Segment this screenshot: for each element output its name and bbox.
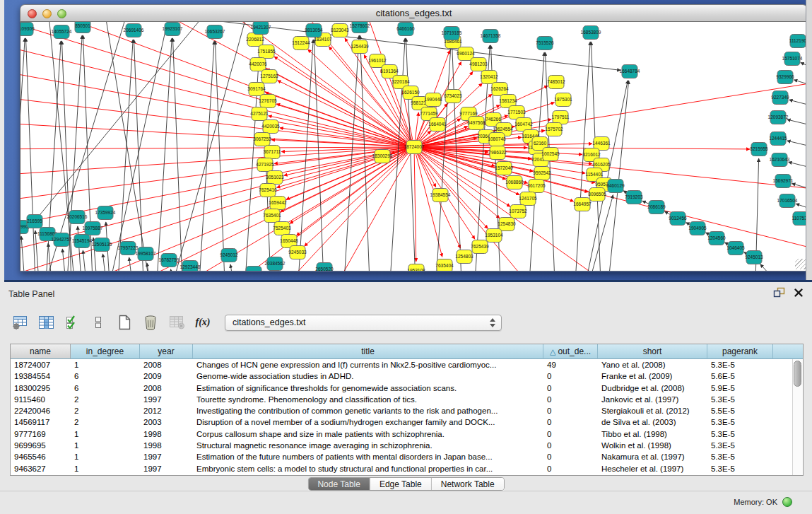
graph-node-label: 20691406	[124, 28, 144, 33]
graph-node-label: 15692971	[773, 178, 794, 183]
tab-edge-table[interactable]: Edge Table	[370, 478, 432, 490]
table-row[interactable]: 1938455462009Genome-wide association stu…	[11, 370, 803, 382]
citation-edge-black	[26, 38, 35, 271]
tab-network-table[interactable]: Network Table	[432, 478, 504, 490]
graph-node-label: 4616205	[592, 162, 611, 167]
table-cell: 1	[71, 463, 140, 474]
column-header-short[interactable]: short	[598, 344, 707, 359]
column-header-pagerank[interactable]: pagerank	[707, 344, 773, 359]
graph-node-label: 9777169	[459, 111, 478, 116]
citation-edge-black	[787, 119, 808, 124]
network-window[interactable]: citations_edges.txt 18724007183002951938…	[20, 4, 808, 272]
graph-node-label: 1751855	[257, 49, 276, 54]
network-canvas[interactable]: 1872400718300295193845542206813175185544…	[20, 22, 808, 271]
graph-node-label: 7771459	[420, 111, 438, 116]
table-cell: 5.3E-5	[707, 394, 773, 405]
graph-node-label: 14671358	[481, 33, 501, 38]
graph-node-label: 1254803	[455, 254, 473, 259]
citation-edge-black	[35, 230, 39, 271]
citation-edge-black	[787, 141, 808, 146]
table-row[interactable]: 977716911998Corpus callosum shape and si…	[11, 428, 803, 440]
table-row[interactable]: 946362711997Embryonic stem cells: a mode…	[11, 463, 803, 474]
column-header-in_degree[interactable]: in_degree	[71, 344, 140, 359]
graph-node-label: 16648784	[620, 69, 640, 74]
graph-node-label: 1002545	[541, 151, 560, 156]
show-columns-icon[interactable]	[37, 315, 54, 330]
graph-svg[interactable]: 1872400718300295193845542206813175185544…	[20, 22, 808, 271]
tab-node-table[interactable]: Node Table	[308, 478, 370, 490]
table-cell: 0	[543, 370, 598, 382]
graph-node-label: 1320412	[480, 74, 498, 79]
graph-node-label: 2109309	[20, 26, 35, 31]
table-header-row: namein_degreeyeartitle△out_de...shortpag…	[11, 344, 803, 359]
citation-edge-black	[83, 250, 86, 271]
table-cell: 9777169	[11, 428, 71, 440]
graph-node-label: 7625410	[259, 187, 277, 192]
table-row[interactable]: 1830029562008Estimation of significance …	[11, 382, 803, 394]
table-cell: 5.3E-5	[707, 463, 773, 474]
graph-node-label: 746266	[486, 117, 501, 122]
graph-node-label: 7919203	[625, 194, 643, 199]
graph-node-label: 1234404	[245, 270, 263, 272]
graph-node-label: 1446361	[592, 141, 611, 146]
graph-node-label: 12942757	[52, 237, 72, 242]
new-document-icon[interactable]	[116, 315, 133, 330]
table-cell: 0	[543, 451, 598, 462]
resize-grip[interactable]	[795, 259, 806, 269]
graph-node-label: 4981203	[469, 62, 488, 66]
graph-node-label: 1046405	[726, 245, 745, 250]
graph-node-label: 9592542	[533, 170, 551, 175]
table-row[interactable]: 911546021997Tourette syndrome. Phenomeno…	[11, 394, 803, 405]
row-checks-icon[interactable]	[64, 315, 81, 330]
table-vertical-scrollbar[interactable]	[792, 359, 803, 475]
graph-node-label: 4271925	[256, 162, 274, 167]
graph-node-label: 9227349	[771, 95, 789, 100]
stacked-rows-icon[interactable]	[90, 315, 107, 330]
graph-node-label: 7515526	[536, 40, 554, 45]
table-row[interactable]: 969969511998Structural magnetic resonanc…	[11, 440, 803, 451]
graph-node-label: 9245013	[745, 255, 763, 259]
table-cell: Embryonic stem cells: a model to study s…	[193, 463, 543, 474]
table-cell: 5.5E-5	[707, 405, 773, 416]
graph-node-label: 6960124	[457, 51, 475, 56]
graph-node-label: 4420076	[249, 62, 267, 66]
table-cell: Jankovic et al. (1997)	[598, 394, 707, 405]
graph-node-label: 16853809	[581, 30, 601, 35]
function-builder-icon[interactable]: f(x)	[194, 315, 211, 330]
scrollbar-thumb[interactable]	[794, 361, 801, 387]
graph-node-label: 3216012	[582, 152, 601, 157]
table-cell: Wolkin et al. (1998)	[598, 440, 707, 451]
column-header-year[interactable]: year	[140, 344, 193, 359]
sort-ascending-icon: △	[550, 347, 555, 356]
graph-node-label: 10653267	[205, 29, 225, 34]
graph-node-label: 1073752	[509, 209, 527, 214]
column-header-title[interactable]: title	[193, 344, 543, 359]
table-row[interactable]: 1456911722003Disruption of a novel membe…	[11, 416, 803, 428]
graph-node-label: 9245033	[288, 250, 307, 255]
memory-ok-indicator	[782, 497, 792, 507]
table-cell: 19384554	[11, 370, 71, 382]
graph-node-label: 12093872	[768, 115, 789, 119]
table-row[interactable]: 946554611997Estimation of the future num…	[11, 451, 803, 462]
graph-node-label: 1254439	[351, 44, 369, 49]
graph-node-label: 9329966	[776, 74, 794, 79]
citation-edge-red	[276, 147, 414, 187]
table-cell: 1997	[140, 463, 193, 474]
delete-trash-icon[interactable]	[142, 315, 159, 330]
column-header-out_de[interactable]: △out_de...	[543, 344, 598, 359]
float-panel-icon[interactable]	[773, 287, 785, 300]
table-row[interactable]: 2242004622012Investigating the contribut…	[11, 405, 803, 416]
citation-edge-black	[230, 264, 233, 271]
graph-node-label: 8123043	[331, 28, 349, 33]
graph-node-label: 6466160	[396, 26, 415, 31]
network-window-titlebar[interactable]: citations_edges.txt	[20, 4, 808, 22]
table-row[interactable]: 1872400712008Changes of HCN gene express…	[11, 359, 803, 370]
table-settings-icon[interactable]	[11, 315, 28, 330]
column-header-name[interactable]: name	[11, 344, 71, 359]
citation-edge-black	[21, 236, 25, 271]
table-selector-dropdown[interactable]: citations_edges.txt	[225, 315, 502, 331]
table-body: 1872400712008Changes of HCN gene express…	[11, 359, 803, 474]
close-panel-icon[interactable]	[794, 288, 804, 300]
graph-node-label: 19421307	[251, 25, 271, 30]
table-cell: 18300295	[11, 382, 71, 394]
